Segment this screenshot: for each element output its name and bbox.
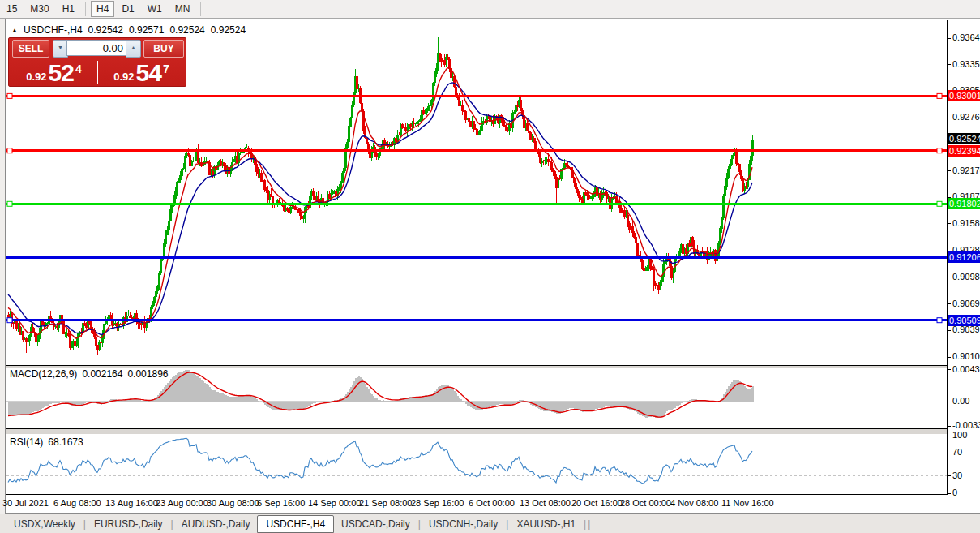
one-click-trading-panel: SELL ▼ ▲ BUY 0.92 52 4 0.92 54 7 — [8, 37, 186, 87]
buy-price-display[interactable]: 0.92 54 7 — [99, 58, 184, 85]
chart-tab-eurusd-daily[interactable]: EURUSD-,Daily — [87, 516, 170, 532]
chart-tab-xauusd-h1[interactable]: XAUUSD-,H1 — [509, 516, 583, 532]
hline-price-label: 0.91206 — [948, 251, 980, 263]
macd-title: MACD(12,26,9) — [10, 368, 77, 380]
time-axis-label: 6 Sep 16:00 — [257, 498, 305, 508]
chart-tab-bar: USDX,Weekly|EURUSD-,Daily|AUDUSD-,DailyU… — [0, 514, 980, 533]
time-axis-label: 28 Sep 16:00 — [411, 498, 464, 508]
macd-scale-label: 0.004366 — [952, 364, 980, 374]
price-tick-label: 0.93350 — [952, 59, 980, 69]
buy-price-big: 54 — [136, 61, 161, 85]
hline-price-label: 0.93001 — [948, 90, 980, 101]
rsi-scale-label: 30 — [952, 471, 962, 480]
chart-tab-usdcad-daily[interactable]: USDCAD-,Daily — [334, 516, 417, 532]
macd-value-signal: 0.001896 — [127, 368, 168, 380]
volume-input[interactable] — [66, 40, 126, 56]
chart-tab-usdchf-h4[interactable]: USDCHF-,H4 — [257, 515, 334, 533]
buy-price-prefix: 0.92 — [113, 69, 134, 85]
macd-scale-label: -0.00336 — [952, 420, 980, 430]
timeframe-button-mn[interactable]: MN — [169, 1, 196, 17]
sell-price-big: 52 — [49, 61, 74, 85]
chart-tab-audusd-daily[interactable]: AUDUSD-,Daily — [174, 516, 258, 532]
tab-separator: | — [418, 518, 421, 530]
time-axis-label: 13 Aug 16:00 — [105, 498, 158, 508]
hline-anchor[interactable] — [937, 93, 942, 98]
current-price-label: 0.92524 — [948, 133, 980, 144]
toolbar-divider — [85, 2, 86, 16]
rsi-scale-label: 70 — [952, 447, 962, 457]
up-triangle-icon: ▲ — [11, 27, 18, 34]
sell-button[interactable]: SELL — [12, 40, 49, 58]
hline-price-label: 0.90509 — [948, 315, 980, 326]
macd-splitter[interactable] — [6, 366, 947, 368]
buy-button[interactable]: BUY — [143, 40, 184, 58]
timeframe-button-h4[interactable]: H4 — [91, 1, 114, 17]
price-tick-label: 0.90100 — [952, 351, 980, 361]
rsi-value: 68.1673 — [48, 436, 83, 448]
price-tick-label: 0.92170 — [952, 165, 980, 175]
time-axis-label: 30 Aug 08:00 — [207, 498, 259, 508]
chart-tab-usdx-weekly[interactable]: USDX,Weekly — [6, 516, 83, 532]
price-tick-label: 0.90395 — [952, 325, 980, 334]
time-axis-label: 6 Aug 08:00 — [53, 498, 101, 508]
time-axis-label: 28 Oct 00:00 — [620, 498, 671, 508]
price-tick-label: 0.93645 — [952, 32, 980, 42]
volume-increase-button[interactable]: ▲ — [126, 40, 141, 58]
rsi-title: RSI(14) — [10, 436, 43, 448]
hline-anchor[interactable] — [7, 201, 12, 206]
sell-price-display[interactable]: 0.92 52 4 — [11, 58, 97, 85]
timeframe-toolbar: 15M30H1H4D1W1MN — [0, 0, 980, 19]
tab-separator: | — [83, 518, 86, 530]
hline-anchor[interactable] — [937, 201, 942, 206]
ohlc-high: 0.92571 — [129, 24, 164, 36]
time-axis-label: 13 Oct 08:00 — [520, 498, 571, 508]
mt4-terminal: { "toolbar": { "timeframes": ["15","M30"… — [0, 0, 980, 533]
timeframe-button-d1[interactable]: D1 — [116, 1, 139, 17]
hline-anchor[interactable] — [7, 318, 12, 323]
time-axis-label: 14 Sep 00:00 — [308, 498, 361, 508]
timeframe-button-m30[interactable]: M30 — [24, 1, 54, 17]
rsi-header: RSI(14) 68.1673 — [10, 436, 83, 448]
time-axis-label: 20 Oct 16:00 — [571, 498, 623, 508]
timeframe-button-h1[interactable]: H1 — [57, 1, 80, 17]
time-axis-label: 11 Nov 16:00 — [721, 498, 774, 508]
timeframe-button-15[interactable]: 15 — [1, 1, 23, 17]
tab-separator: | — [171, 518, 173, 530]
hline-price-label: 0.92394 — [948, 145, 980, 157]
chart-header: ▲ USDCHF-,H4 0.92542 0.92571 0.92524 0.9… — [11, 24, 246, 36]
chart-symbol-title: USDCHF-,H4 — [24, 24, 83, 36]
tab-separator: | — [588, 518, 590, 530]
ohlc-low: 0.92524 — [169, 24, 204, 36]
buy-price-pip: 7 — [163, 62, 169, 75]
macd-value-main: 0.002164 — [82, 368, 122, 380]
tab-separator: | — [584, 518, 586, 530]
hline-anchor[interactable] — [7, 148, 12, 153]
rsi-scale-label: 100 — [952, 430, 967, 440]
tab-separator: | — [506, 518, 508, 530]
ohlc-close: 0.92524 — [211, 24, 246, 36]
price-tick-label: 0.90690 — [952, 299, 980, 308]
chart-tab-usdcnh-daily[interactable]: USDCNH-,Daily — [422, 516, 505, 532]
price-tick-label: 0.92760 — [952, 112, 980, 122]
hline-price-label: 0.91802 — [948, 198, 980, 209]
hline-anchor[interactable] — [937, 318, 942, 323]
price-tick-label: 0.90985 — [952, 272, 980, 282]
rsi-bottom-border — [6, 494, 947, 495]
ohlc-open: 0.92542 — [88, 24, 123, 36]
toolbar-divider — [200, 2, 201, 16]
price-tick-label: 0.91580 — [952, 218, 980, 228]
hline-anchor[interactable] — [7, 93, 12, 98]
sell-price-prefix: 0.92 — [26, 69, 46, 85]
time-axis-label: 23 Aug 00:00 — [156, 498, 208, 508]
price-divider — [97, 61, 98, 84]
rsi-splitter[interactable] — [6, 429, 947, 434]
time-axis-label: 6 Oct 00:00 — [469, 498, 515, 508]
macd-header: MACD(12,26,9) 0.002164 0.001896 — [10, 368, 169, 380]
timeframe-button-w1[interactable]: W1 — [142, 1, 168, 17]
time-axis-label: 30 Jul 2021 — [2, 498, 49, 508]
time-axis-label: 21 Sep 08:00 — [359, 498, 412, 508]
rsi-scale-label: 0 — [952, 488, 957, 497]
hline-anchor[interactable] — [937, 148, 942, 153]
time-axis-label: 4 Nov 08:00 — [670, 498, 718, 508]
rsi-panel-canvas[interactable] — [6, 435, 947, 494]
